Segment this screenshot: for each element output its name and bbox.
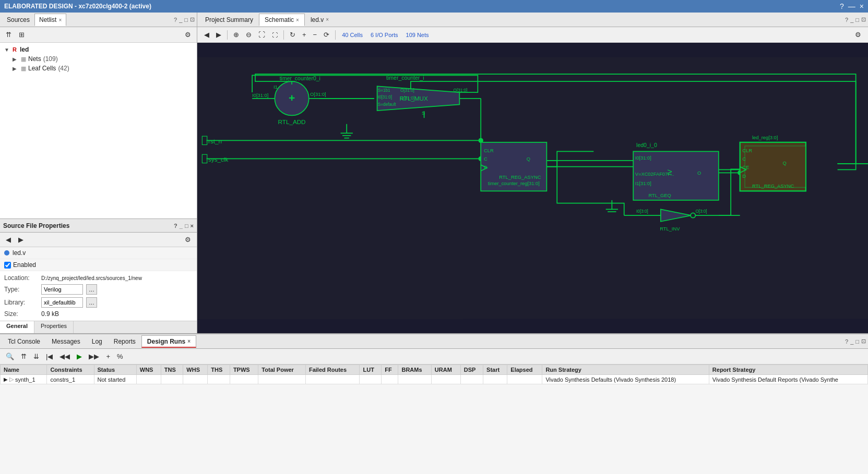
search-button[interactable]: 🔍: [3, 351, 17, 362]
expand-all-btn[interactable]: ⇊: [31, 351, 42, 362]
tab-tcl-console[interactable]: Tcl Console: [2, 335, 46, 348]
nets-stat[interactable]: 109 Nets: [403, 32, 432, 38]
tab-netlist[interactable]: Netlist ×: [34, 14, 66, 26]
col-wns[interactable]: WNS: [136, 365, 161, 375]
tab-reports[interactable]: Reports: [108, 335, 141, 348]
col-failed-routes[interactable]: Failed Routes: [305, 365, 360, 375]
type-input[interactable]: [41, 284, 83, 295]
nets-count: (109): [43, 55, 58, 63]
minimize-icon[interactable]: —: [848, 2, 855, 10]
zoom-out-button[interactable]: ⊖: [243, 29, 254, 40]
refresh-button[interactable]: ↻: [287, 29, 298, 40]
help-icon[interactable]: ?: [840, 2, 844, 10]
main-max-icon[interactable]: ⊡: [861, 16, 866, 23]
col-whs[interactable]: WHS: [183, 365, 208, 375]
main-min-icon[interactable]: _: [850, 17, 853, 23]
remove-button[interactable]: −: [311, 29, 320, 40]
svg-text:C: C: [484, 156, 487, 162]
enabled-checkbox[interactable]: [4, 262, 11, 269]
ledv-close[interactable]: ×: [326, 17, 329, 22]
design-runs-close[interactable]: ×: [187, 338, 191, 344]
window-controls[interactable]: ? — ×: [840, 2, 864, 10]
col-tpws[interactable]: TPWS: [230, 365, 258, 375]
tree-item-leaf-cells[interactable]: ▶ ▦ Leaf Cells (42): [0, 64, 197, 73]
percent-btn[interactable]: %: [114, 351, 126, 362]
col-ths[interactable]: THS: [208, 365, 230, 375]
left-restore-icon[interactable]: □: [184, 17, 188, 23]
props-close-icon[interactable]: ×: [191, 223, 194, 229]
prev-btn[interactable]: ◀◀: [57, 351, 73, 362]
tree-root-led[interactable]: ▼ R led: [0, 45, 197, 54]
col-status[interactable]: Status: [94, 365, 136, 375]
props-tab-properties[interactable]: Properties: [34, 321, 74, 333]
col-report-strategy[interactable]: Report Strategy: [709, 365, 867, 375]
add-button[interactable]: +: [300, 29, 309, 40]
fit-button[interactable]: ⛶: [256, 29, 268, 40]
props-help-icon[interactable]: ?: [174, 223, 177, 229]
tab-sources[interactable]: Sources: [2, 14, 34, 26]
col-lut[interactable]: LUT: [360, 365, 382, 375]
cells-stat[interactable]: 40 Cells: [339, 32, 366, 38]
netlist-tab-close[interactable]: ×: [58, 17, 62, 23]
left-max-icon[interactable]: ⊡: [190, 16, 195, 23]
col-uram[interactable]: URAM: [431, 365, 460, 375]
tab-project-summary[interactable]: Project Summary: [199, 14, 259, 26]
collapse-all-button[interactable]: ⇈: [3, 29, 14, 40]
schematic-canvas[interactable]: + RTL_ADD I0[31:0] I1 timer_counter0_i O: [197, 43, 868, 333]
col-elapsed[interactable]: Elapsed: [507, 365, 542, 375]
bottom-min-icon[interactable]: _: [850, 338, 853, 345]
settings-button[interactable]: ⚙: [182, 29, 194, 40]
svg-text:O[3:0]: O[3:0]: [695, 209, 707, 214]
props-min-icon[interactable]: _: [180, 223, 183, 229]
col-total-power[interactable]: Total Power: [258, 365, 306, 375]
library-browse-button[interactable]: …: [86, 297, 97, 308]
col-brams[interactable]: BRAMs: [398, 365, 431, 375]
main-restore-icon[interactable]: □: [855, 17, 859, 23]
col-name[interactable]: Name: [1, 365, 47, 375]
col-start[interactable]: Start: [483, 365, 507, 375]
tree-item-nets[interactable]: ▶ ▦ Nets (109): [0, 54, 197, 64]
col-dsp[interactable]: DSP: [460, 365, 483, 375]
table-row[interactable]: ▶ ▷ synth_1 constrs_1 Not started: [1, 375, 868, 384]
io-ports-stat[interactable]: 6 I/O Ports: [367, 32, 401, 38]
tab-messages[interactable]: Messages: [46, 335, 86, 348]
row-expand-icon[interactable]: ▶: [4, 376, 8, 382]
file-label-row: led.v: [0, 247, 197, 259]
col-ff[interactable]: FF: [382, 365, 398, 375]
props-tab-general[interactable]: General: [0, 321, 34, 333]
col-constraints[interactable]: Constraints: [47, 365, 94, 375]
collapse-all-btn[interactable]: ⇈: [18, 351, 29, 362]
main-help-icon[interactable]: ?: [845, 17, 848, 23]
next-btn[interactable]: ▶▶: [86, 351, 102, 362]
expand-button[interactable]: ⊞: [16, 29, 27, 40]
bottom-restore-icon[interactable]: □: [855, 338, 859, 345]
forward-button[interactable]: ▶: [213, 29, 224, 40]
bottom-max-icon[interactable]: ⊡: [861, 338, 866, 345]
tab-ledv[interactable]: led.v ×: [305, 14, 335, 26]
fit-sel-button[interactable]: ⛶: [269, 30, 280, 40]
library-input[interactable]: [41, 297, 83, 308]
zoom-in-button[interactable]: ⊕: [231, 29, 242, 40]
back-button[interactable]: ◀: [201, 29, 212, 40]
schematic-close[interactable]: ×: [296, 17, 299, 23]
left-min-icon[interactable]: _: [179, 17, 182, 23]
type-browse-button[interactable]: …: [86, 284, 97, 295]
svg-text:I0[3:0]: I0[3:0]: [636, 209, 648, 214]
first-btn[interactable]: |◀: [43, 351, 55, 362]
props-back-button[interactable]: ◀: [3, 234, 14, 245]
props-restore-icon[interactable]: □: [185, 223, 188, 229]
props-settings-button[interactable]: ⚙: [182, 234, 194, 245]
run-btn[interactable]: ▶: [74, 351, 85, 362]
col-tns[interactable]: TNS: [161, 365, 183, 375]
left-help-icon[interactable]: ?: [174, 17, 177, 23]
bottom-help-icon[interactable]: ?: [845, 338, 848, 345]
tab-log[interactable]: Log: [86, 335, 108, 348]
add-run-btn[interactable]: +: [103, 351, 113, 362]
tab-schematic[interactable]: Schematic ×: [259, 14, 305, 26]
schematic-settings-button[interactable]: ⚙: [852, 29, 864, 40]
close-icon[interactable]: ×: [860, 2, 864, 10]
tab-design-runs[interactable]: Design Runs ×: [141, 335, 196, 348]
col-run-strategy[interactable]: Run Strategy: [542, 365, 709, 375]
reload-button[interactable]: ⟳: [321, 29, 332, 40]
props-forward-button[interactable]: ▶: [16, 234, 26, 245]
